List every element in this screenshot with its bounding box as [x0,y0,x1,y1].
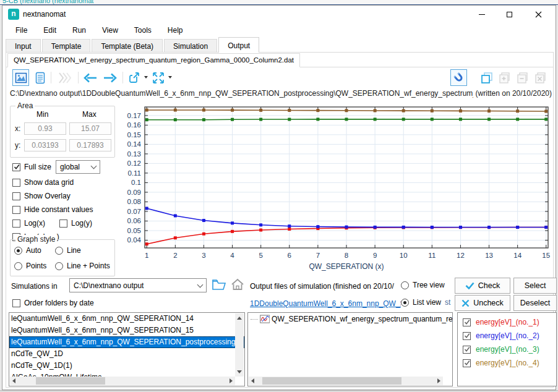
scroll-left-arrow[interactable] [251,378,254,383]
svg-text:0.12: 0.12 [127,160,141,167]
show-text-button[interactable] [32,69,48,86]
scroll-right-arrow[interactable] [230,378,233,383]
overlay-pages-button[interactable] [54,69,75,86]
open-folder-button[interactable] [212,278,226,293]
output-file-name: QW_SEPERATION_wf_energy_spectrum_quantum… [272,315,452,323]
x-min-field[interactable]: 0.93 [24,122,66,135]
min-column-header: Min [36,110,48,119]
file-tab[interactable]: QW_SEPERATION_wf_energy_spectrum_quantum… [7,53,300,67]
scroll-left-arrow[interactable] [12,378,15,383]
scroll-up-arrow[interactable] [237,317,242,320]
simulation-item[interactable]: leQuantumWell_6_x_6nm_nnp_QW_SEPERATION_… [9,325,244,336]
menu-run[interactable]: Run [64,24,94,36]
close-button[interactable] [525,6,552,23]
menu-edit[interactable]: Edit [35,24,64,36]
export-dropdown-caret[interactable] [144,76,148,79]
tab-output[interactable]: Output [218,37,259,53]
horizontal-scrollbar[interactable] [10,377,235,385]
y-max-field[interactable]: 0.17893 [69,139,111,151]
legend-checkbox[interactable] [463,332,471,340]
show-graph-button[interactable] [12,69,29,86]
legend-item[interactable]: energy[eV]_(no._4) [458,356,556,370]
vertical-scrollbar[interactable] [235,313,244,377]
y-min-field[interactable]: 0.03193 [24,139,66,151]
order-by-date-checkbox[interactable] [12,299,20,307]
log-y-checkbox[interactable] [59,219,67,228]
simulations-folder-combo[interactable]: C:\D\nextnano output [69,278,207,292]
legend-item[interactable]: energy[eV]_(no._1) [458,315,556,329]
simulation-item[interactable]: leQuantumWell_6_x_6nm_nnp_QW_SEPERATION_… [9,313,244,325]
scrollbar-thumb[interactable] [36,377,105,385]
full-size-scope-select[interactable]: global [56,160,100,174]
menu-view[interactable]: View [94,24,126,36]
tab-template[interactable]: Template [42,39,91,53]
legend-item[interactable]: energy[eV]_(no._2) [458,329,556,343]
graph-image-icon [15,72,27,84]
x-max-field[interactable]: 15.07 [69,122,111,135]
menu-tools[interactable]: Tools [126,24,160,36]
home-folder-button[interactable] [230,278,245,293]
minimize-button[interactable] [468,6,496,23]
svg-text:QW_SEPERATION (x): QW_SEPERATION (x) [309,262,384,271]
show-data-grid-checkbox[interactable] [12,179,20,187]
style-line-row: Line [55,246,81,255]
tree-view-radio[interactable] [401,281,409,289]
simulation-item-selected[interactable]: leQuantumWell_6_x_6nm_nnp_QW_SEPERATION_… [9,336,244,348]
curve-legend-list[interactable]: energy[eV]_(no._1) energy[eV]_(no._2) en… [457,312,557,386]
svg-text:0.04: 0.04 [127,236,142,244]
uncheck-button[interactable]: Uncheck [455,295,510,311]
full-size-checkbox[interactable] [12,163,20,171]
output-files-tree[interactable]: QW_SEPERATION_wf_energy_spectrum_quantum… [247,312,453,386]
written-date-note: (written on 20/10/2020) [473,89,552,100]
scrollbar-thumb[interactable] [262,377,401,385]
background-window-text: 5-CB (nextnano (nextnanomat [2,0,93,4]
style-line-radio[interactable] [55,247,63,255]
deselect-button[interactable]: Deselect [513,295,557,311]
snap-cursor-button[interactable] [450,69,467,86]
energy-spectrum-chart[interactable]: 0.040.050.060.070.080.090.10.110.120.130… [115,102,553,274]
select-button[interactable]: Select [513,278,557,294]
legend-item[interactable]: energy[eV]_(no._3) [458,343,556,356]
tab-input[interactable]: Input [6,39,41,53]
tab-template-beta[interactable]: Template (Beta) [92,39,163,53]
fit-view-button[interactable] [150,69,166,86]
legend-checkbox[interactable] [463,359,471,367]
maximize-button[interactable] [496,6,523,23]
log-x-checkbox[interactable] [12,219,20,228]
check-button[interactable]: Check [455,278,510,294]
show-overlay-checkbox[interactable] [12,192,20,200]
style-auto-radio[interactable] [14,247,22,255]
horizontal-scrollbar[interactable] [249,377,443,385]
output-file-item[interactable]: QW_SEPERATION_wf_energy_spectrum_quantum… [248,313,452,325]
add-page-button[interactable] [496,69,513,86]
scroll-right-arrow[interactable] [437,378,440,383]
toolbar [6,68,553,88]
next-file-button[interactable] [101,69,119,86]
close-page-button[interactable] [532,69,549,86]
hide-constant-checkbox[interactable] [12,206,20,214]
remove-page-icon [517,72,529,84]
svg-text:12: 12 [457,252,465,259]
style-line-points-radio[interactable] [55,262,63,270]
legend-checkbox[interactable] [463,346,471,354]
remove-page-button[interactable] [514,69,531,86]
copy-image-button[interactable] [478,69,495,86]
legend-checkbox[interactable] [463,318,471,326]
menu-file[interactable]: File [7,24,35,36]
style-points-radio[interactable] [14,262,22,270]
simulations-listbox[interactable]: leQuantumWell_6_x_6nm_nnp_QW_SEPERATION_… [9,312,245,386]
close-page-icon [534,72,547,84]
simulation-item[interactable]: nCdTe_QW_1D(1) [9,360,244,372]
area-title: Area [15,101,35,110]
scroll-down-arrow[interactable] [237,370,242,373]
previous-file-button[interactable] [81,69,100,86]
export-button[interactable] [126,69,142,86]
log-x-row: Log(x) [12,219,45,228]
simulation-item[interactable]: nCdTe_QW_1D [9,348,244,360]
tab-simulation[interactable]: Simulation [164,39,217,53]
list-view-radio[interactable] [401,299,409,307]
maximize-icon [507,12,512,17]
fit-dropdown-caret[interactable] [168,76,172,79]
simulation-link[interactable]: 1DDoubleQuantumWell_6_x_6nm_nnp_QW_SEP [250,299,401,308]
menu-help[interactable]: Help [160,24,191,36]
